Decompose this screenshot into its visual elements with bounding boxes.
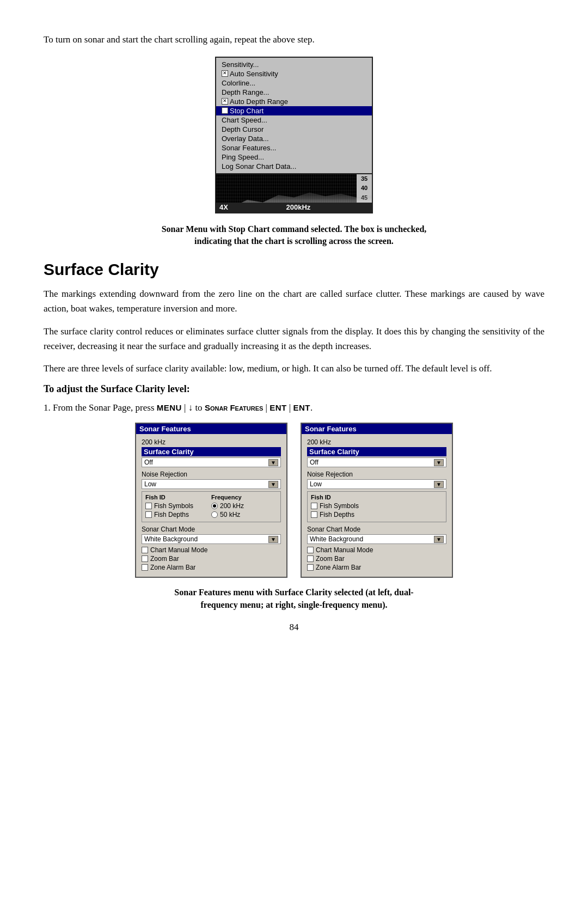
left-surface-clarity-arrow: ▼ (268, 459, 278, 466)
right-fish-depths-checkbox[interactable] (311, 511, 317, 518)
section-title: Surface Clarity (44, 260, 544, 279)
left-zoom-bar-label: Zoom Bar (150, 555, 179, 563)
left-zone-alarm-bar-row: Zone Alarm Bar (142, 564, 281, 571)
right-sonar-chart-mode-arrow: ▼ (434, 536, 444, 543)
left-fish-depths-checkbox[interactable] (145, 511, 152, 518)
right-zoom-bar-checkbox[interactable] (307, 555, 314, 562)
left-freq-50-radio[interactable] (211, 511, 218, 518)
left-zone-alarm-bar-checkbox[interactable] (142, 564, 148, 571)
right-surface-clarity-dropdown[interactable]: Off ▼ (307, 457, 446, 467)
ent1: ENT (270, 403, 286, 412)
step-1-text: 1. From the Sonar Page, press MENU | ↓ t… (44, 400, 544, 415)
dual-sonar-features-panels: Sonar Features 200 kHz Surface Clarity O… (44, 423, 544, 578)
ent2: ENT (293, 403, 310, 412)
page-number: 84 (44, 622, 544, 633)
right-surface-clarity-label: Surface Clarity (307, 447, 446, 456)
menu-item-ping-speed: Ping Speed... (216, 152, 372, 162)
right-noise-rejection-dropdown[interactable]: Low ▼ (307, 479, 446, 489)
left-chart-manual-mode-label: Chart Manual Mode (150, 546, 207, 554)
left-panel-title: Sonar Features (136, 424, 286, 434)
menu-item-sonar-features: Sonar Features... (216, 143, 372, 152)
right-zoom-bar-row: Zoom Bar (307, 555, 446, 563)
menu-item-colorline: Colorline... (216, 78, 372, 88)
right-fish-symbols-label: Fish Symbols (320, 502, 359, 510)
left-sonar-chart-mode-arrow: ▼ (268, 536, 278, 543)
menu-item-log-sonar: Log Sonar Chart Data... (216, 162, 372, 171)
chart-freq-label: 200kHz (286, 203, 311, 211)
left-sonar-chart-mode-dropdown[interactable]: White Background ▼ (142, 534, 281, 544)
dual-panel-caption: Sonar Features menu with Surface Clarity… (44, 587, 544, 611)
right-zone-alarm-bar-label: Zone Alarm Bar (316, 564, 361, 571)
left-zoom-bar-row: Zoom Bar (142, 555, 281, 563)
right-zone-alarm-bar-row: Zone Alarm Bar (307, 564, 446, 571)
left-sonar-chart-mode-label: Sonar Chart Mode (142, 526, 281, 533)
right-chart-manual-mode-row: Chart Manual Mode (307, 546, 446, 554)
step-prefix: 1. From the Sonar Page, press (44, 402, 157, 413)
chart-zoom-label: 4X (219, 203, 228, 211)
pipe1: | (263, 402, 270, 413)
body-para-3: There are three levels of surface clarit… (44, 361, 544, 376)
left-fish-depths-label: Fish Depths (154, 511, 189, 518)
menu-key: MENU (157, 403, 182, 412)
right-fish-id-box: Fish ID Fish Symbols Fish Depths (307, 491, 446, 522)
left-sonar-chart-mode-value: White Background (144, 535, 267, 543)
right-surface-clarity-arrow: ▼ (434, 459, 444, 466)
right-fish-depths-label: Fish Depths (320, 511, 354, 518)
left-frequency-header: Frequency (211, 494, 277, 500)
sonar-menu-caption: Sonar Menu with Stop Chart command selec… (44, 223, 544, 248)
sonar-menu-screenshot: Sensitivity... Auto Sensitivity Colorlin… (215, 57, 373, 213)
right-sonar-chart-mode-dropdown[interactable]: White Background ▼ (307, 534, 446, 544)
left-fish-id-box: Fish ID Fish Symbols Fish Depths Frequen… (142, 491, 281, 522)
left-freq-label: 200 kHz (142, 438, 281, 446)
menu-item-depth-cursor: Depth Cursor (216, 125, 372, 134)
left-freq-200-radio[interactable] (211, 503, 218, 509)
left-fish-symbols-label: Fish Symbols (154, 502, 193, 510)
right-noise-rejection-value: Low (310, 480, 433, 488)
left-noise-rejection-value: Low (144, 480, 267, 488)
right-surface-clarity-value: Off (310, 459, 433, 466)
right-chart-manual-mode-label: Chart Manual Mode (316, 546, 373, 554)
body-para-2: The surface clarity control reduces or e… (44, 324, 544, 353)
left-freq-200-label: 200 kHz (220, 502, 244, 510)
menu-panel: Sensitivity... Auto Sensitivity Colorlin… (216, 58, 372, 174)
menu-item-sensitivity: Sensitivity... (216, 60, 372, 69)
right-fish-symbols-row: Fish Symbols (311, 502, 443, 510)
right-sonar-chart-mode-value: White Background (310, 535, 433, 543)
left-noise-rejection-arrow: ▼ (268, 481, 278, 488)
right-zoom-bar-label: Zoom Bar (316, 555, 345, 563)
body-para-1: The markings extending downward from the… (44, 286, 544, 316)
left-zoom-bar-checkbox[interactable] (142, 555, 148, 562)
step-separator: | ↓ to (182, 402, 205, 413)
step-suffix: . (310, 402, 313, 413)
right-fish-id-header: Fish ID (311, 494, 443, 500)
subsection-title: To adjust the Surface Clarity level: (44, 383, 544, 395)
left-freq-50-row: 50 kHz (211, 511, 277, 518)
right-sonar-chart-mode-label: Sonar Chart Mode (307, 526, 446, 533)
right-fish-symbols-checkbox[interactable] (311, 503, 317, 509)
pipe2: | (287, 402, 293, 413)
sonar-features-dest: Sonar Features (205, 403, 263, 412)
right-freq-label: 200 kHz (307, 438, 446, 446)
intro-paragraph: To turn on sonar and start the chart scr… (44, 33, 544, 47)
menu-item-depth-range: Depth Range... (216, 88, 372, 97)
right-chart-manual-mode-checkbox[interactable] (307, 547, 314, 553)
sonar-features-panel-right: Sonar Features 200 kHz Surface Clarity O… (301, 423, 453, 578)
sonar-chart-area: 35 40 45 4X 200kHz (216, 174, 372, 212)
right-panel-title: Sonar Features (302, 424, 452, 434)
left-noise-rejection-dropdown[interactable]: Low ▼ (142, 479, 281, 489)
left-noise-rejection-label: Noise Rejection (142, 471, 281, 478)
left-freq-200-row: 200 kHz (211, 502, 277, 510)
left-chart-manual-mode-row: Chart Manual Mode (142, 546, 281, 554)
right-fish-depths-row: Fish Depths (311, 511, 443, 518)
left-fish-symbols-checkbox[interactable] (145, 503, 152, 509)
menu-item-auto-depth: Auto Depth Range (216, 97, 372, 106)
left-surface-clarity-label: Surface Clarity (142, 447, 281, 456)
right-zone-alarm-bar-checkbox[interactable] (307, 564, 314, 571)
left-fish-id-header: Fish ID (145, 494, 211, 500)
left-fish-symbols-row: Fish Symbols (145, 502, 211, 510)
left-surface-clarity-dropdown[interactable]: Off ▼ (142, 457, 281, 467)
menu-item-chart-speed: Chart Speed... (216, 115, 372, 125)
left-chart-manual-mode-checkbox[interactable] (142, 547, 148, 553)
left-freq-50-label: 50 kHz (220, 511, 240, 518)
menu-item-stop-chart: Stop Chart (216, 106, 372, 115)
